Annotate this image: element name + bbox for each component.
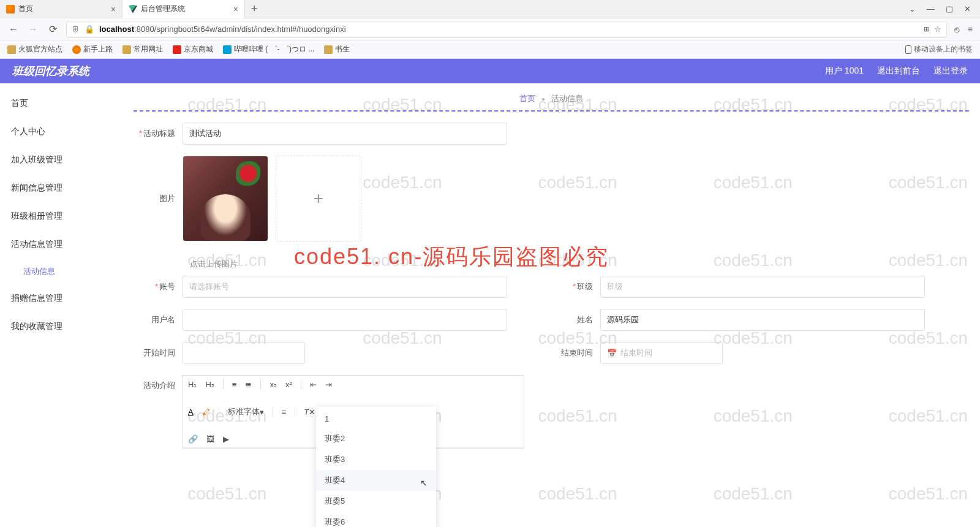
back-button[interactable]: ←: [7, 24, 20, 35]
label-activity-title: 活动标题: [134, 128, 183, 139]
input-class[interactable]: 班级: [600, 276, 925, 298]
editor-list-ol-icon[interactable]: ≡: [232, 380, 237, 389]
sidebar-item-activity[interactable]: 活动信息管理: [0, 230, 123, 259]
editor-color-icon[interactable]: A: [188, 408, 194, 417]
editor-indent-icon[interactable]: ⇥: [325, 380, 332, 389]
tab-label: 首页: [18, 4, 33, 14]
bookmark-item[interactable]: 新手上路: [72, 44, 113, 55]
logout-link[interactable]: 退出登录: [933, 66, 968, 77]
bookmark-item[interactable]: 哔哩哔哩 ( ゜- ゜)つロ ...: [223, 44, 314, 55]
bookmarks-bar: 火狐官方站点 新手上路 常用网址 京东商城 哔哩哔哩 ( ゜- ゜)つロ ...…: [0, 40, 980, 59]
sidebar-item-news[interactable]: 新闻信息管理: [0, 174, 123, 202]
bookmark-mobile[interactable]: 移动设备上的书签: [905, 44, 973, 55]
bookmark-item[interactable]: 常用网址: [123, 44, 163, 55]
label-name: 姓名: [551, 314, 600, 325]
label-start-time: 开始时间: [134, 347, 183, 358]
image-upload-button[interactable]: +: [276, 156, 361, 241]
tab-close-icon[interactable]: ×: [233, 4, 238, 14]
shield-icon: ⛨: [72, 25, 80, 34]
vue-favicon-icon: [129, 5, 137, 13]
input-start-time[interactable]: [183, 342, 305, 364]
label-username: 用户名: [134, 314, 183, 325]
breadcrumb-sep-icon: ●: [541, 96, 545, 102]
sidebar-item-album[interactable]: 班级相册管理: [0, 202, 123, 230]
dropdown-option[interactable]: 班委5: [316, 491, 436, 512]
editor-font-select[interactable]: 标准字体 ▾: [228, 406, 264, 417]
editor-superscript-icon[interactable]: x²: [285, 380, 292, 389]
window-close-icon[interactable]: ✕: [964, 4, 971, 13]
browser-tab-0[interactable]: 首页 ×: [0, 0, 123, 18]
window-maximize-icon[interactable]: ▢: [946, 4, 953, 13]
editor-clear-icon[interactable]: T✕: [304, 408, 315, 417]
image-thumbnail[interactable]: [183, 156, 268, 241]
sidebar-item-favorites[interactable]: 我的收藏管理: [0, 313, 123, 341]
browser-navbar: ← → ⟳ ⛨ 🔒 localhost:8080/springboot5r64w…: [0, 18, 980, 40]
dropdown-option[interactable]: 班委2: [316, 428, 436, 449]
editor-highlight-icon[interactable]: 🖍: [202, 408, 210, 417]
extensions-icon[interactable]: ⎋: [954, 25, 959, 34]
url-bar[interactable]: ⛨ 🔒 localhost:8080/springboot5r64w/admin…: [66, 21, 947, 38]
calendar-icon: 📅: [607, 349, 617, 358]
exit-front-link[interactable]: 退出到前台: [877, 66, 920, 77]
input-end-time[interactable]: 📅 结束时间: [600, 342, 723, 364]
cursor-icon: ↖: [420, 478, 428, 488]
label-image: 图片: [134, 193, 183, 204]
sidebar-item-join-class[interactable]: 加入班级管理: [0, 146, 123, 174]
sidebar: 首页 个人中心 加入班级管理 新闻信息管理 班级相册管理 活动信息管理 活动信息…: [0, 83, 123, 527]
editor-h1-icon[interactable]: H₁: [188, 380, 197, 389]
sidebar-item-home[interactable]: 首页: [0, 89, 123, 118]
plus-icon: +: [314, 189, 323, 208]
tab-close-icon[interactable]: ×: [111, 4, 116, 14]
sidebar-item-donate[interactable]: 捐赠信息管理: [0, 284, 123, 313]
editor-align-icon[interactable]: ≡: [282, 408, 287, 417]
app-title: 班级回忆录系统: [12, 64, 89, 78]
editor-list-ul-icon[interactable]: ≣: [245, 380, 252, 389]
user-label[interactable]: 用户 1001: [825, 66, 864, 77]
editor-h2-icon[interactable]: H₂: [205, 380, 214, 389]
dropdown-option[interactable]: 班委3: [316, 449, 436, 470]
tab-label: 后台管理系统: [141, 4, 185, 14]
sidebar-item-profile[interactable]: 个人中心: [0, 118, 123, 146]
editor-subscript-icon[interactable]: x₂: [270, 380, 277, 389]
form-divider: [134, 110, 969, 112]
label-account: 账号: [134, 281, 183, 292]
input-activity-title[interactable]: 测试活动: [183, 123, 507, 145]
sidebar-sub-activity-info[interactable]: 活动信息: [0, 259, 123, 284]
browser-titlebar: 首页 × 后台管理系统 × + ⌄ — ▢ ✕: [0, 0, 980, 18]
star-icon[interactable]: ☆: [934, 25, 941, 34]
window-minimize-icon[interactable]: —: [927, 4, 935, 13]
url-text: localhost:8080/springboot5r64w/admin/dis…: [99, 25, 919, 34]
dropdown-option[interactable]: 班委6: [316, 512, 436, 527]
editor-outdent-icon[interactable]: ⇤: [310, 380, 317, 389]
bookmark-item[interactable]: 京东商城: [173, 44, 213, 55]
breadcrumb-current: 活动信息: [551, 94, 583, 103]
firefox-favicon-icon: [6, 5, 15, 13]
breadcrumb: 首页 ● 活动信息: [134, 83, 969, 110]
lock-icon: 🔒: [85, 25, 94, 34]
editor-video-icon[interactable]: ▶: [223, 434, 229, 444]
account-dropdown: 1 班委2 班委3 班委4 班委5 班委6: [316, 407, 436, 527]
editor-link-icon[interactable]: 🔗: [188, 434, 198, 444]
select-account[interactable]: 请选择账号: [183, 276, 507, 298]
editor-image-icon[interactable]: 🖼: [206, 434, 214, 444]
label-intro: 活动介绍: [134, 375, 183, 391]
upload-hint: 点击上传图片: [190, 252, 969, 276]
forward-button[interactable]: →: [27, 24, 39, 35]
label-class: 班级: [551, 281, 600, 292]
window-dropdown-icon[interactable]: ⌄: [909, 4, 916, 13]
browser-tab-1[interactable]: 后台管理系统 ×: [123, 0, 245, 18]
dropdown-option[interactable]: 班委4: [316, 470, 436, 491]
dropdown-option[interactable]: 1: [316, 409, 436, 428]
bookmark-item[interactable]: 火狐官方站点: [7, 44, 62, 55]
bookmark-item[interactable]: 书生: [324, 44, 350, 55]
input-username[interactable]: [183, 309, 507, 331]
label-end-time: 结束时间: [521, 347, 600, 358]
reload-button[interactable]: ⟳: [47, 23, 59, 35]
app-header: 班级回忆录系统 用户 1001 退出到前台 退出登录: [0, 59, 980, 83]
input-name[interactable]: 源码乐园: [600, 309, 925, 331]
new-tab-button[interactable]: +: [245, 0, 264, 18]
breadcrumb-home[interactable]: 首页: [519, 94, 535, 103]
qr-icon[interactable]: ⊞: [924, 25, 929, 33]
menu-icon[interactable]: ≡: [968, 25, 973, 34]
content-area: 首页 ● 活动信息 活动标题 测试活动 图片 +: [123, 83, 980, 527]
